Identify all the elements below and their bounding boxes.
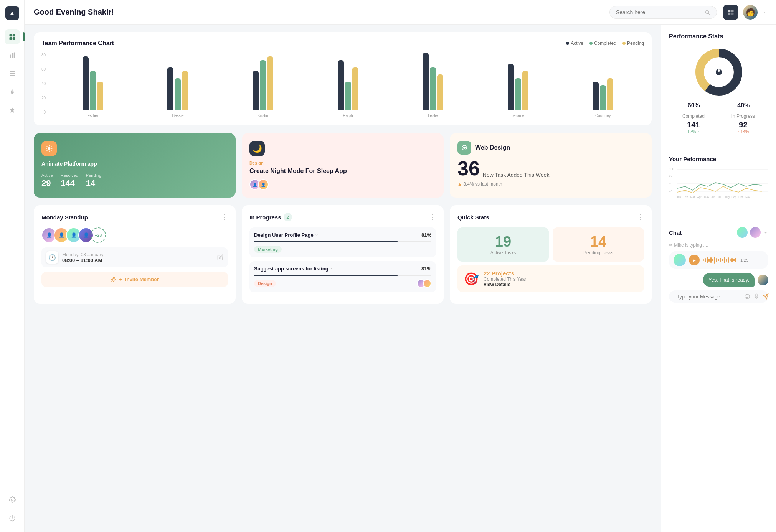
standup-edit-icon[interactable] [217, 254, 223, 260]
task-1-chevron [315, 233, 319, 237]
bar-green-leslie [430, 67, 436, 110]
donut-chart [692, 45, 746, 99]
svg-point-10 [11, 499, 13, 501]
svg-rect-63 [735, 258, 736, 262]
standup-time-info: Monday, 03 January 08:00 – 11:00 AM [62, 252, 104, 263]
svg-rect-61 [731, 258, 733, 262]
bars-bessie [167, 53, 188, 110]
standup-more[interactable]: ⋮ [221, 213, 228, 221]
user-avatar[interactable]: 🧑 [743, 5, 758, 20]
svg-rect-46 [703, 259, 704, 261]
projects-info: 22 Projects Completed This Year View Det… [484, 270, 526, 287]
bar-label-ralph: Ralph [343, 114, 353, 118]
search-bar[interactable] [609, 6, 717, 19]
sleep-card-tag: Design [249, 161, 436, 165]
webdesign-card-more[interactable]: ... [637, 139, 646, 147]
svg-rect-0 [9, 34, 12, 37]
svg-rect-52 [714, 257, 715, 264]
svg-rect-9 [10, 75, 15, 76]
notification-button[interactable] [723, 5, 738, 20]
t2-av2 [423, 279, 431, 288]
play-button[interactable]: ▶ [689, 255, 700, 265]
webdesign-desc: New Task Added This Week [483, 171, 550, 178]
svg-rect-14 [728, 10, 731, 12]
projects-desc: Completed This Year [484, 277, 526, 282]
search-input[interactable] [616, 9, 702, 15]
svg-rect-1 [12, 34, 15, 37]
bar-label-esther: Esther [87, 114, 98, 118]
webdesign-icon [457, 141, 471, 155]
bar-dark-ralph [338, 60, 344, 110]
greeting: Good Evening Shakir! [34, 8, 603, 16]
sidebar-item-settings[interactable] [5, 492, 20, 507]
perf-stats-header: Performance Stats ⋮ [669, 32, 768, 41]
task-2-fill [254, 275, 398, 276]
projects-link[interactable]: View Details [484, 282, 526, 287]
bar-dark-courtney [593, 82, 599, 110]
paperclip-icon [111, 277, 116, 282]
sidebar-item-fire[interactable] [5, 84, 20, 100]
sidebar-item-dashboard[interactable] [5, 29, 20, 44]
active-tasks-box: 19 Active Tasks [457, 227, 549, 262]
projects-count: 22 Projects [484, 270, 526, 277]
inprogress-stat: In Progress 92 ↑ 14% [731, 114, 755, 134]
sidebar-item-list[interactable] [5, 66, 20, 81]
svg-point-26 [718, 69, 720, 72]
svg-rect-17 [731, 12, 734, 14]
your-perf-chart: 100 80 60 40 Jan Feb Mar [669, 165, 768, 204]
sidebar-item-chart[interactable] [5, 48, 20, 63]
svg-text:Jun: Jun [711, 196, 715, 198]
active-tasks-label: Active Tasks [464, 250, 543, 255]
bar-dark-esther [83, 56, 89, 110]
chat-title: Chat [669, 229, 682, 236]
svg-text:May: May [704, 196, 710, 199]
invite-member-button[interactable]: + Invite Member [41, 272, 228, 287]
sidebar-item-rocket[interactable] [5, 103, 20, 118]
header-actions: 🧑 [723, 5, 767, 20]
svg-rect-48 [707, 257, 708, 263]
sidebar: ▲ [0, 0, 25, 532]
chart-legend: Active Completed Pending [566, 41, 644, 46]
donut-labels: 60% 40% [669, 102, 768, 109]
right-panel: Performance Stats ⋮ [661, 25, 776, 532]
bar-label-jerome: Jerome [512, 114, 524, 118]
chart-bars: EstherBessieKristinRalphLeslieJeromeCour… [52, 53, 644, 118]
chat-chevron-icon[interactable] [763, 230, 768, 235]
mic-icon[interactable] [753, 293, 759, 300]
chat-section: Chat ✏ Mike is typing .... ▶ [669, 227, 768, 303]
voice-sender-avatar [674, 254, 686, 266]
svg-text:Jul: Jul [718, 196, 722, 198]
svg-rect-53 [716, 258, 717, 262]
bars-courtney [593, 53, 613, 110]
svg-rect-8 [10, 73, 15, 74]
bar-label-bessie: Bessie [172, 114, 183, 118]
pending-tasks-box: 14 Pending Tasks [553, 227, 644, 262]
svg-text:Jan: Jan [677, 196, 681, 198]
user-chevron-icon[interactable] [762, 10, 767, 15]
standup-date: Monday, 03 January [62, 252, 104, 257]
webdesign-num-row: 36 New Task Added This Week [457, 158, 644, 178]
emoji-icon[interactable] [744, 293, 750, 300]
chat-input[interactable] [677, 294, 741, 300]
sleep-card-more[interactable]: ... [429, 139, 438, 147]
standup-card: Monday Standup ⋮ 👤 👤 👤 👤 +23 🕐 Monday, 0 [34, 205, 236, 304]
inprogress-more[interactable]: ⋮ [429, 213, 436, 221]
sleep-card-icon: 🌙 [249, 141, 265, 156]
sidebar-item-power[interactable] [5, 511, 20, 526]
svg-rect-58 [726, 259, 727, 262]
task-1-name: Design User Profile Page [254, 232, 319, 238]
bar-group-bessie: Bessie [137, 53, 219, 118]
your-perf-section: Your Peformance 100 80 60 40 [669, 156, 768, 205]
svg-rect-7 [10, 71, 15, 72]
standup-avatars: 👤 👤 👤 👤 +23 [41, 227, 228, 243]
svg-rect-49 [708, 259, 710, 262]
bar-group-courtney: Courtney [562, 53, 644, 118]
bar-gold-bessie [182, 71, 188, 110]
perf-stats-more[interactable]: ⋮ [761, 32, 768, 41]
send-icon[interactable] [763, 293, 769, 300]
animate-card-more[interactable]: ... [221, 139, 229, 147]
bars-jerome [508, 53, 528, 110]
quickstats-more[interactable]: ⋮ [637, 213, 644, 221]
quickstats-title: Quick Stats [457, 214, 489, 221]
svg-point-18 [48, 147, 51, 150]
